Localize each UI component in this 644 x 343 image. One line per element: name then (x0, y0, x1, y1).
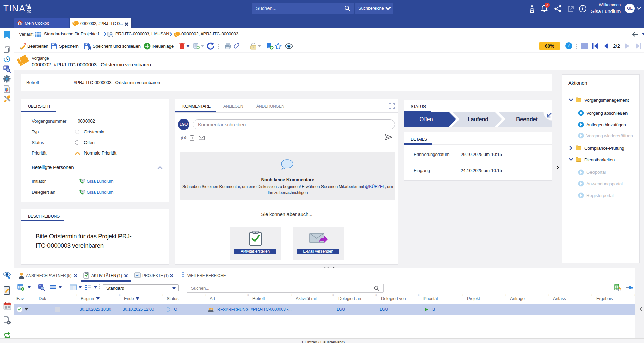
svg-text:Beendet: Beendet (516, 116, 538, 122)
svg-text:Laufend: Laufend (468, 116, 488, 122)
svg-text:Offen: Offen (420, 116, 433, 122)
